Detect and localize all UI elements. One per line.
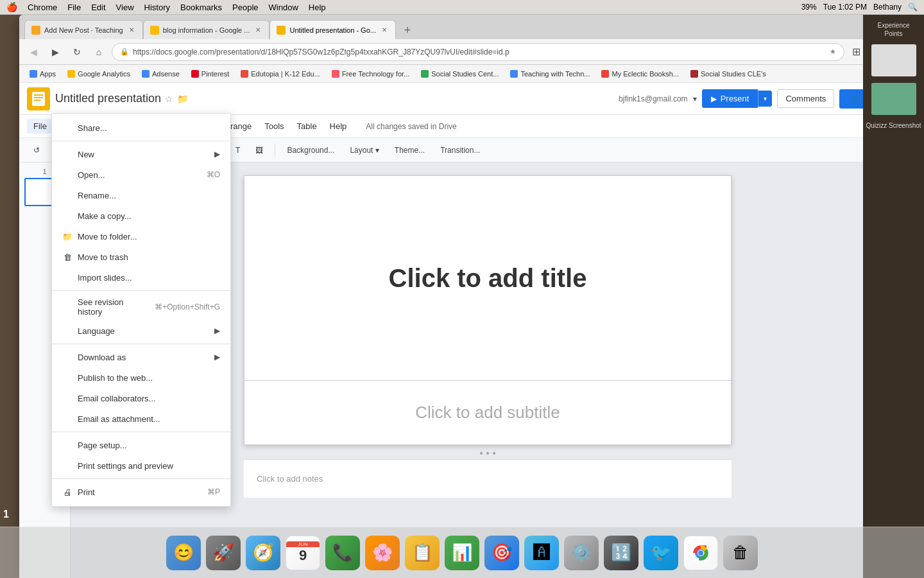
bm-analytics-icon	[67, 70, 75, 78]
menubar-help[interactable]: Help	[309, 3, 326, 12]
dock-numbers[interactable]: 📊	[445, 536, 479, 570]
menu-share[interactable]: Share...	[52, 118, 230, 138]
menu-file[interactable]: File	[27, 119, 53, 134]
toolbar-background[interactable]: Background...	[280, 141, 341, 159]
present-main-button[interactable]: ▶ Present	[702, 89, 758, 108]
toolbar-image[interactable]: 🖼	[249, 141, 270, 159]
bm-cle[interactable]: Social Studies CLE's	[685, 69, 771, 79]
menu-help[interactable]: Help	[323, 119, 354, 134]
menu-tools[interactable]: Tools	[258, 119, 290, 134]
menu-move-trash[interactable]: 🗑 Move to trash	[52, 247, 230, 267]
menu-import-slides[interactable]: Import slides...	[52, 267, 230, 288]
dropdown-chevron-icon[interactable]: ▾	[693, 94, 697, 103]
home-button[interactable]: ⌂	[90, 43, 108, 61]
menu-download-as[interactable]: Download as ▶	[52, 347, 230, 367]
download-arrow-icon: ▶	[214, 353, 220, 362]
tab-close-1[interactable]: ✕	[127, 26, 136, 35]
toolbar-undo[interactable]: ↺	[27, 141, 46, 159]
dock-calendar[interactable]: JUN 9	[286, 536, 320, 570]
forward-button[interactable]: ▶	[46, 43, 64, 61]
apple-menu[interactable]: 🍎	[6, 2, 17, 12]
bm-analytics[interactable]: Google Analytics	[62, 69, 135, 79]
new-tab-button[interactable]: +	[398, 21, 416, 39]
notes-expander[interactable]: • • •	[244, 448, 732, 459]
dock-cards[interactable]: 📋	[405, 536, 440, 570]
notes-area[interactable]: Click to add notes	[244, 459, 732, 498]
slide-title-box[interactable]: Click to add title	[244, 175, 732, 381]
comments-button[interactable]: Comments	[777, 89, 834, 108]
dock-photos[interactable]: 🌸	[365, 536, 400, 570]
tab-1[interactable]: Add New Post · Teaching ✕	[24, 20, 143, 39]
menubar-people[interactable]: People	[232, 3, 258, 12]
tab-close-3[interactable]: ✕	[380, 26, 389, 35]
menu-open[interactable]: Open... ⌘O	[52, 164, 230, 185]
menubar-edit[interactable]: Edit	[91, 3, 105, 12]
rp-thumbnail-1[interactable]	[871, 44, 916, 76]
menu-make-copy[interactable]: Make a copy...	[52, 206, 230, 226]
tab-close-2[interactable]: ✕	[253, 26, 262, 35]
bookmarks-bar: Apps Google Analytics Adsense Pinterest …	[19, 65, 905, 83]
bm-apps[interactable]: Apps	[24, 69, 61, 79]
menu-print-settings[interactable]: Print settings and preview	[52, 455, 230, 476]
dock-chrome[interactable]	[683, 536, 718, 570]
rp-thumbnail-2[interactable]	[871, 83, 916, 115]
folder-icon[interactable]: 📁	[177, 94, 188, 104]
toolbar-theme[interactable]: Theme...	[388, 141, 431, 159]
bm-social-studies[interactable]: Social Studies Cent...	[416, 69, 504, 79]
url-bar[interactable]: 🔒 https://docs.google.com/presentation/d…	[112, 43, 844, 61]
menu-rename[interactable]: Rename...	[52, 185, 230, 206]
bm-teaching[interactable]: Teaching with Techn...	[505, 69, 595, 79]
dock-calculator[interactable]: 🔢	[604, 536, 638, 570]
dock-finder[interactable]: 😊	[166, 536, 201, 570]
save-status: All changes saved in Drive	[366, 122, 456, 131]
tab-2[interactable]: blog information - Google ... ✕	[143, 20, 270, 39]
tab-3[interactable]: Untitled presentation - Go... ✕	[270, 20, 396, 39]
menu-language[interactable]: Language ▶	[52, 320, 230, 341]
menubar-history[interactable]: History	[144, 3, 170, 12]
toolbar-transition[interactable]: Transition...	[434, 141, 486, 159]
bm-eclectic[interactable]: My Eclectic Booksh...	[596, 69, 684, 79]
reload-button[interactable]: ↻	[68, 43, 86, 61]
menubar-file[interactable]: File	[67, 3, 81, 12]
dock-appstore[interactable]: 🅰	[524, 536, 559, 570]
menu-email-collab[interactable]: Email collaborators...	[52, 388, 230, 408]
menu-revision-history[interactable]: See revision history ⌘+Option+Shift+G	[52, 293, 230, 320]
dock-safari[interactable]: 🧭	[246, 536, 280, 570]
bm-adsense[interactable]: Adsense	[137, 69, 185, 79]
menu-publish-web[interactable]: Publish to the web...	[52, 367, 230, 388]
menubar-chrome[interactable]: Chrome	[28, 3, 57, 12]
bm-cle-icon	[690, 70, 698, 78]
tab-bar: Add New Post · Teaching ✕ blog informati…	[19, 15, 905, 39]
mac-dock: 😊 🚀 🧭 JUN 9 📞 🌸 📋 📊 🎯 🅰 ⚙️ 🔢 🐦 🗑	[0, 527, 924, 578]
menu-email-attach[interactable]: Email as attachment...	[52, 408, 230, 429]
dock-facetime[interactable]: 📞	[325, 536, 360, 570]
toolbar-layout[interactable]: Layout ▾	[343, 141, 385, 159]
slides-title-text[interactable]: Untitled presentation	[55, 92, 161, 105]
dock-launchpad[interactable]: 🚀	[206, 536, 241, 570]
present-button-group: ▶ Present ▾	[702, 89, 773, 108]
bm-pinterest[interactable]: Pinterest	[186, 69, 234, 79]
toolbar-text[interactable]: T	[229, 141, 246, 159]
dock-sysprefs[interactable]: ⚙️	[564, 536, 599, 570]
extensions-icon[interactable]: ⊞	[848, 44, 864, 60]
bm-freetech[interactable]: Free Technology for...	[327, 69, 415, 79]
dock-keynote[interactable]: 🎯	[484, 536, 519, 570]
search-icon[interactable]: 🔍	[908, 3, 918, 12]
menu-move-folder[interactable]: 📁 Move to folder...	[52, 226, 230, 247]
bm-edutopia[interactable]: Edutopia | K-12 Edu...	[235, 69, 325, 79]
menu-page-setup[interactable]: Page setup...	[52, 435, 230, 455]
star-icon[interactable]: ☆	[165, 94, 173, 104]
back-button[interactable]: ◀	[24, 43, 42, 61]
menubar-bookmarks[interactable]: Bookmarks	[180, 3, 222, 12]
svg-rect-2	[34, 97, 43, 98]
menubar-window[interactable]: Window	[269, 3, 298, 12]
menu-table[interactable]: Table	[291, 119, 323, 134]
divider-3	[52, 344, 230, 344]
present-dropdown-button[interactable]: ▾	[758, 91, 772, 107]
menubar-view[interactable]: View	[116, 3, 134, 12]
dock-trash[interactable]: 🗑	[723, 536, 758, 570]
slide-subtitle-box[interactable]: Click to add subtitle	[244, 381, 732, 445]
dock-twitter[interactable]: 🐦	[644, 536, 678, 570]
menu-new[interactable]: New ▶	[52, 144, 230, 164]
menu-print[interactable]: 🖨 Print ⌘P	[52, 482, 230, 502]
